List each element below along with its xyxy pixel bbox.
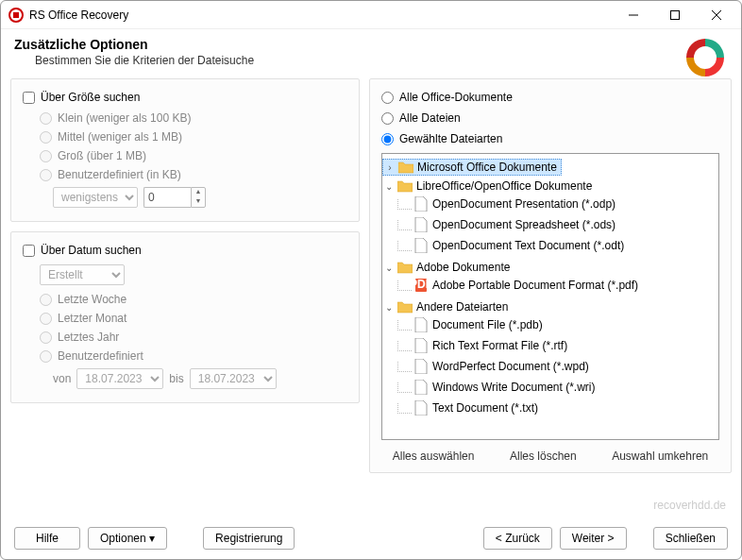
spin-down-icon[interactable]: ▼ [192,197,205,207]
collapse-icon[interactable]: ⌄ [382,181,396,192]
size-large-label: Groß (über 1 MB) [58,149,146,162]
close-button[interactable] [696,2,737,28]
svg-rect-3 [671,10,680,19]
folder-icon [397,178,413,194]
size-small-label: Klein (weniger als 100 KB) [58,111,191,125]
wizard-header: Zusätzliche Optionen Bestimmen Sie die K… [1,29,741,78]
window-title: RS Office Recovery [29,8,613,22]
tree-leaf-wpd[interactable]: WordPerfect Document (*.wpd) [412,358,593,375]
file-icon [413,380,429,395]
page-subtitle: Bestimmen Sie die Kriterien der Dateisuc… [35,54,728,67]
tree-leaf-pdb[interactable]: Document File (*.pdb) [412,316,547,333]
register-button[interactable]: Registrierung [203,527,295,550]
date-week-label: Letzte Woche [58,293,126,306]
date-type-select[interactable]: Erstellt [40,264,125,285]
search-by-date-label: Über Datum suchen [41,244,142,257]
folder-icon [397,299,413,314]
clear-all-button[interactable]: Alles löschen [510,450,577,463]
invert-selection-button[interactable]: Auswahl umkehren [612,450,708,463]
selected-types-label: Gewählte Dateiarten [399,132,502,145]
file-icon [413,196,429,212]
file-icon [413,217,429,232]
minimize-button[interactable] [613,2,654,28]
tree-leaf-rtf[interactable]: Rich Text Format File (*.rtf) [412,337,571,354]
tree-leaf-txt[interactable]: Text Document (*.txt) [412,399,542,416]
size-value-input[interactable] [143,187,191,208]
folder-icon [397,260,413,275]
size-large-radio[interactable] [40,150,52,162]
size-comparator-select[interactable]: wenigstens [53,187,138,208]
size-search-panel: Über Größe suchen Klein (weniger als 100… [10,78,360,222]
date-search-panel: Über Datum suchen Erstellt Letzte Woche … [10,231,360,403]
file-icon [413,359,429,374]
collapse-icon[interactable]: ⌄ [382,302,396,313]
file-icon [413,317,429,332]
date-year-label: Letztes Jahr [58,331,119,344]
file-icon [413,238,429,253]
all-office-radio[interactable] [381,92,394,104]
svg-rect-1 [13,12,19,18]
tree-leaf-wri[interactable]: Windows Write Document (*.wri) [412,379,599,396]
tree-node-other[interactable]: ⌄Andere Dateiarten [382,298,512,315]
close-wizard-button[interactable]: Schließen [653,527,728,550]
date-year-radio[interactable] [40,331,52,344]
tree-node-adobe[interactable]: ⌄Adobe Dokumente [382,259,514,276]
tree-leaf-pdf[interactable]: PDFAdobe Portable Document Format (*.pdf… [412,277,642,294]
collapse-icon[interactable]: ⌄ [382,263,396,273]
folder-icon [398,160,413,175]
size-custom-label: Benutzerdefiniert (in KB) [58,168,181,181]
selected-types-radio[interactable] [381,133,394,145]
all-files-label: Alle Dateien [399,111,461,125]
date-week-radio[interactable] [40,294,52,306]
product-logo-icon [683,35,728,80]
svg-text:PDF: PDF [414,278,428,291]
search-by-size-label: Über Größe suchen [41,91,140,104]
app-icon [8,8,24,23]
size-small-radio[interactable] [40,112,52,125]
select-all-button[interactable]: Alles auswählen [393,450,475,463]
date-month-radio[interactable] [40,313,52,325]
size-custom-radio[interactable] [40,169,52,181]
file-icon [413,338,429,353]
size-medium-label: Mittel (weniger als 1 MB) [58,130,182,144]
maximize-button[interactable] [654,2,696,28]
search-by-size-checkbox[interactable] [23,92,35,104]
page-title: Zusätzliche Optionen [14,37,728,52]
tree-leaf-odt[interactable]: OpenDocument Text Document (*.odt) [412,237,628,254]
pdf-icon: PDF [413,278,429,293]
date-from-label: von [53,372,71,385]
filetype-tree[interactable]: ›Microsoft Office Dokumente ⌄LibreOffice… [381,153,719,440]
all-office-label: Alle Office-Dokumente [399,91,513,104]
file-icon [413,400,429,416]
back-button[interactable]: < Zurück [483,527,552,550]
search-by-date-checkbox[interactable] [23,245,35,257]
expand-icon[interactable]: › [383,162,396,173]
tree-node-libreoffice[interactable]: ⌄LibreOffice/OpenOffice Dokumente [382,178,596,195]
date-to-label: bis [169,372,183,385]
tree-leaf-ods[interactable]: OpenDocument Spreadsheet (*.ods) [412,216,619,233]
all-files-radio[interactable] [381,112,394,125]
date-from-input[interactable]: 18.07.2023 [76,368,163,389]
date-to-input[interactable]: 18.07.2023 [190,368,277,389]
next-button[interactable]: Weiter > [560,527,627,550]
watermark: recoverhdd.de [653,499,726,512]
filetype-panel: Alle Office-Dokumente Alle Dateien Gewäh… [369,78,732,473]
tree-node-msoffice[interactable]: ›Microsoft Office Dokumente [382,159,562,176]
titlebar: RS Office Recovery [1,1,741,29]
date-custom-radio[interactable] [40,350,52,363]
tree-leaf-odp[interactable]: OpenDocument Presentation (*.odp) [412,195,619,212]
date-custom-label: Benutzerdefiniert [58,349,143,363]
date-month-label: Letzter Monat [58,312,126,325]
options-button[interactable]: Optionen ▾ [88,527,167,550]
wizard-footer: Hilfe Optionen ▾ Registrierung < Zurück … [1,518,741,559]
spin-up-icon[interactable]: ▲ [192,188,205,197]
help-button[interactable]: Hilfe [14,527,80,550]
size-medium-radio[interactable] [40,131,52,144]
